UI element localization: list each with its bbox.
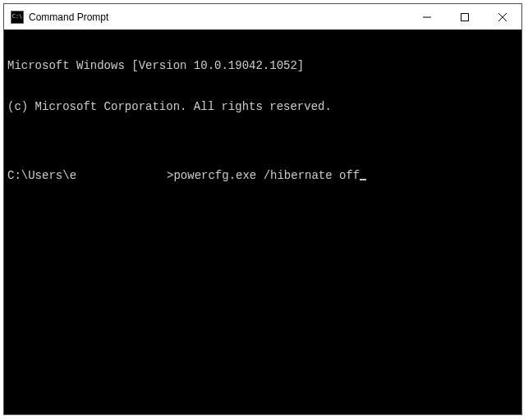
- terminal-output-line: Microsoft Windows [Version 10.0.19042.10…: [7, 59, 518, 73]
- maximize-button[interactable]: [446, 4, 484, 30]
- window-title: Command Prompt: [29, 11, 408, 23]
- prompt-path-prefix: C:\Users\: [7, 169, 70, 182]
- prompt-user-visible: e: [70, 169, 76, 182]
- minimize-button[interactable]: [408, 4, 446, 30]
- command-prompt-icon: C:\: [11, 11, 24, 24]
- terminal-area[interactable]: Microsoft Windows [Version 10.0.19042.10…: [4, 30, 521, 414]
- close-icon: [498, 13, 507, 21]
- terminal-output-line: (c) Microsoft Corporation. All rights re…: [7, 100, 518, 114]
- close-button[interactable]: [484, 4, 521, 30]
- command-prompt-window: C:\ Command Prompt Microsoft Wi: [3, 3, 522, 415]
- terminal-prompt-line: C:\Users\e >powercfg.exe /hibernate off: [7, 169, 518, 183]
- cursor: [360, 179, 366, 180]
- svg-rect-1: [461, 13, 469, 21]
- window-controls: [408, 4, 521, 30]
- prompt-user-redacted: [76, 171, 167, 182]
- titlebar[interactable]: C:\ Command Prompt: [4, 4, 521, 30]
- maximize-icon: [461, 13, 469, 21]
- minimize-icon: [423, 13, 431, 21]
- command-text: powercfg.exe /hibernate off: [173, 169, 360, 182]
